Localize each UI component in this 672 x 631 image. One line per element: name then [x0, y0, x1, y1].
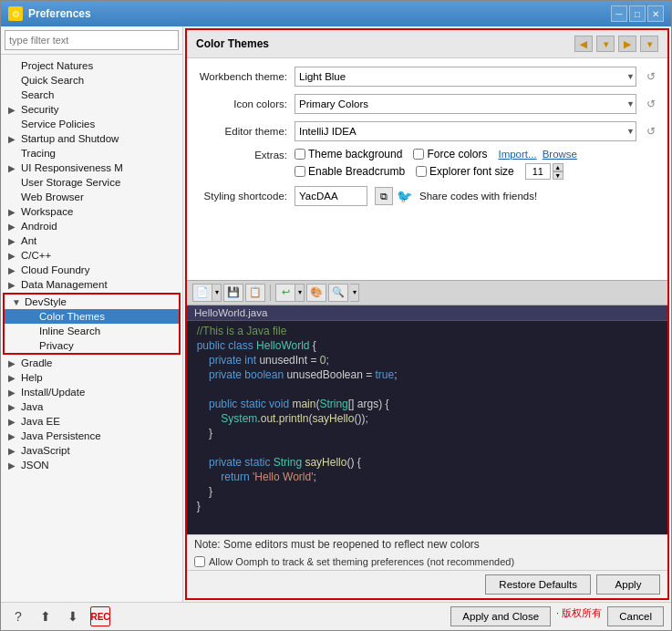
spinner-down[interactable]: ▼: [553, 171, 563, 180]
restore-button[interactable]: □: [629, 5, 646, 22]
sidebar-item-search[interactable]: Search: [1, 88, 182, 102]
cancel-button[interactable]: Cancel: [607, 606, 664, 626]
sidebar: Project Natures Quick Search Search ▶Sec…: [1, 26, 183, 602]
nav-separator2: ▾: [640, 36, 658, 52]
import-icon[interactable]: ⬆: [36, 606, 56, 626]
sidebar-item-color-themes[interactable]: Color Themes: [5, 309, 179, 324]
sidebar-item-cloud-foundry[interactable]: ▶Cloud Foundry: [1, 263, 182, 277]
workbench-refresh-icon[interactable]: ↺: [644, 69, 658, 84]
font-size-input[interactable]: [525, 163, 551, 180]
spinner-up[interactable]: ▲: [553, 163, 563, 171]
bottom-bar: ? ⬆ ⬇ REC Apply and Close · 版权所有 Cancel: [1, 602, 671, 630]
sidebar-item-privacy[interactable]: Privacy: [5, 338, 179, 353]
explorer-font-checkbox[interactable]: Explorer font size: [416, 165, 514, 178]
panel-header: Color Themes ◀ ▾ ▶ ▾: [187, 30, 667, 58]
apply-button[interactable]: Apply: [596, 574, 660, 595]
sidebar-item-cpp[interactable]: ▶C/C++: [1, 248, 182, 263]
workbench-row: Workbench theme: Light Blue ▼ ↺: [196, 66, 658, 88]
sidebar-item-quick-search[interactable]: Quick Search: [1, 73, 182, 88]
restore-defaults-button[interactable]: Restore Defaults: [485, 574, 591, 595]
sidebar-item-security[interactable]: ▶Security: [1, 102, 182, 117]
sidebar-item-android[interactable]: ▶Android: [1, 219, 182, 233]
toolbar-file-dropdown[interactable]: ▾: [212, 284, 222, 302]
oomph-row: Allow Oomph to track & set theming prefe…: [187, 553, 667, 570]
export-icon[interactable]: ⬇: [63, 606, 83, 626]
editor-theme-select[interactable]: IntelliJ IDEA: [295, 121, 636, 141]
extras-row: Extras: Theme background Force colors: [196, 148, 658, 180]
enable-breadcrumb-label: Enable Breadcrumb: [308, 165, 405, 178]
sidebar-item-devstyle[interactable]: ▼DevStyle: [5, 295, 179, 309]
extras-row1: Theme background Force colors Import... …: [295, 148, 577, 160]
sidebar-item-startup[interactable]: ▶Startup and Shutdow: [1, 131, 182, 146]
toolbar-file-group: 📄 ▾: [192, 284, 222, 302]
toolbar-undo-dropdown[interactable]: ▾: [295, 284, 305, 302]
sidebar-item-javascript[interactable]: ▶JavaScript: [1, 443, 182, 458]
sidebar-item-help[interactable]: ▶Help: [1, 370, 182, 385]
sidebar-item-ui-responsiveness[interactable]: ▶UI Responsiveness M: [1, 160, 182, 175]
sidebar-item-java-ee[interactable]: ▶Java EE: [1, 414, 182, 429]
copy-icon[interactable]: ⧉: [375, 187, 393, 205]
sidebar-item-java[interactable]: ▶Java: [1, 399, 182, 414]
import-browse: Import... Browse: [498, 149, 577, 160]
toolbar-file-btn[interactable]: 📄: [192, 284, 212, 302]
title-bar: ⚙ Preferences ─ □ ✕: [1, 1, 671, 26]
code-line: }: [187, 427, 667, 441]
apply-close-button[interactable]: Apply and Close: [450, 606, 551, 626]
icon-colors-select[interactable]: Primary Colors: [295, 94, 636, 114]
help-icon[interactable]: ?: [8, 606, 28, 626]
import-button[interactable]: Import...: [498, 149, 536, 160]
icon-colors-refresh-icon[interactable]: ↺: [644, 97, 658, 111]
code-editor[interactable]: //This is a Java file public class Hello…: [187, 321, 667, 535]
theme-bg-checkbox[interactable]: Theme background: [295, 148, 402, 160]
oomph-checkbox[interactable]: [194, 556, 205, 567]
nav-back-button[interactable]: ◀: [574, 36, 593, 52]
sidebar-item-service-policies[interactable]: Service Policies: [1, 117, 182, 131]
extras-row2: Enable Breadcrumb Explorer font size ▲: [295, 163, 577, 180]
panel-body: Workbench theme: Light Blue ▼ ↺ Icon col…: [187, 58, 667, 280]
toolbar-search-btn[interactable]: 🔍: [328, 284, 348, 302]
code-line: [187, 383, 667, 398]
toolbar-save-btn[interactable]: 💾: [223, 284, 243, 302]
sidebar-item-user-storage[interactable]: User Storage Service: [1, 175, 182, 190]
sidebar-item-inline-search[interactable]: Inline Search: [5, 324, 179, 338]
sidebar-item-tracing[interactable]: Tracing: [1, 146, 182, 160]
sidebar-item-json[interactable]: ▶JSON: [1, 458, 182, 472]
twitter-icon[interactable]: 🐦: [397, 189, 412, 203]
nav-forward-button[interactable]: ▶: [618, 36, 636, 52]
filter-input[interactable]: [5, 30, 179, 50]
shortcode-input[interactable]: [295, 186, 367, 206]
code-line: return 'Hello World';: [187, 471, 667, 485]
workbench-label: Workbench theme:: [196, 71, 287, 82]
shortcode-actions: ⧉ 🐦: [375, 187, 412, 205]
force-colors-checkbox[interactable]: Force colors: [413, 148, 487, 160]
sidebar-item-gradle[interactable]: ▶Gradle: [1, 356, 182, 370]
code-line: private static String sayHello() {: [187, 456, 667, 471]
toolbar-saveas-btn[interactable]: 📋: [245, 284, 265, 302]
close-button[interactable]: ✕: [647, 5, 664, 22]
editor-theme-refresh-icon[interactable]: ↺: [644, 124, 658, 139]
enable-breadcrumb-checkbox[interactable]: Enable Breadcrumb: [295, 165, 405, 178]
sidebar-item-ant[interactable]: ▶Ant: [1, 233, 182, 248]
preferences-window: ⚙ Preferences ─ □ ✕ Project Natures Quic…: [0, 0, 672, 631]
theme-bg-label: Theme background: [308, 148, 402, 160]
sidebar-item-project-natures[interactable]: Project Natures: [1, 58, 182, 73]
code-line: private int unusedInt = 0;: [187, 354, 667, 368]
icon-colors-select-wrapper: Primary Colors ▼: [295, 94, 636, 114]
workbench-select[interactable]: Light Blue: [295, 67, 636, 87]
shortcode-row: Styling shortcode: ⧉ 🐦 Share codes with …: [196, 185, 658, 207]
workbench-select-wrapper: Light Blue ▼: [295, 67, 636, 87]
icon-colors-label: Icon colors:: [196, 98, 287, 109]
minimize-button[interactable]: ─: [611, 5, 627, 22]
code-line: public class HelloWorld {: [187, 339, 667, 354]
sidebar-item-java-persistence[interactable]: ▶Java Persistence: [1, 429, 182, 443]
toolbar-palette-btn[interactable]: 🎨: [306, 284, 326, 302]
sidebar-item-install-update[interactable]: ▶Install/Update: [1, 385, 182, 399]
sidebar-item-workspace[interactable]: ▶ Workspace: [1, 204, 182, 219]
sidebar-item-data-management[interactable]: ▶Data Management: [1, 277, 182, 292]
code-line: private boolean unusedBoolean = true;: [187, 368, 667, 383]
toolbar-undo-btn[interactable]: ↩: [275, 284, 295, 302]
browse-button[interactable]: Browse: [543, 149, 577, 160]
toolbar-search-dropdown[interactable]: ▾: [350, 284, 359, 302]
record-icon[interactable]: REC: [90, 606, 110, 626]
sidebar-item-web-browser[interactable]: Web Browser: [1, 190, 182, 204]
